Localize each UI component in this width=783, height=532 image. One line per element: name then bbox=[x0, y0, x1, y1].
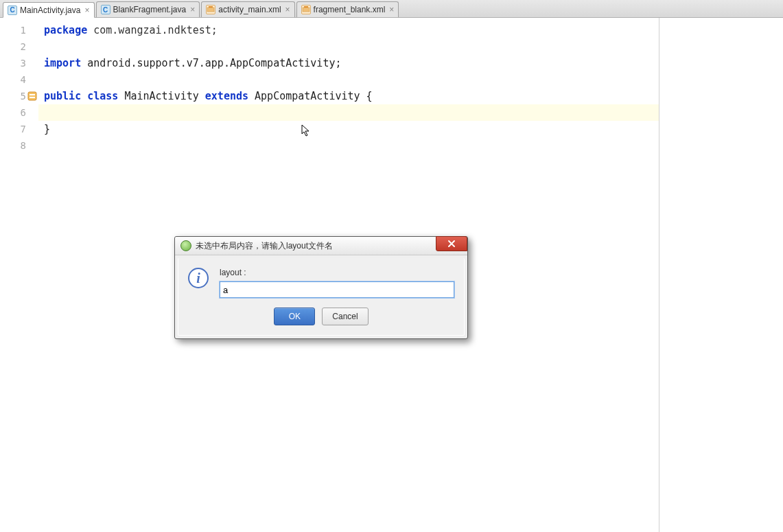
close-icon[interactable]: × bbox=[285, 5, 290, 14]
xml-icon bbox=[206, 5, 215, 14]
code-line bbox=[38, 71, 659, 88]
close-icon[interactable]: × bbox=[190, 5, 195, 14]
dialog-content: i layout : bbox=[188, 268, 454, 298]
tab-label: MainActivity.java bbox=[20, 5, 80, 15]
dialog-button-row: OK Cancel bbox=[188, 308, 454, 325]
line-number: 6 bbox=[0, 104, 38, 121]
svg-rect-1 bbox=[209, 6, 213, 8]
line-number: 3 bbox=[0, 55, 38, 71]
svg-rect-0 bbox=[207, 8, 214, 12]
svg-rect-3 bbox=[304, 6, 308, 8]
class-icon: C bbox=[8, 5, 17, 15]
dialog-body: i layout : OK Cancel bbox=[178, 258, 465, 336]
line-gutter: 1 2 3 4 5 6 7 8 bbox=[0, 18, 38, 532]
code-line: public class MainActivity extends AppCom… bbox=[38, 88, 659, 104]
cancel-button[interactable]: Cancel bbox=[322, 308, 368, 325]
code-line: package com.wangzai.ndktest; bbox=[38, 22, 659, 38]
svg-rect-4 bbox=[28, 92, 36, 100]
layout-input-dialog: 未选中布局内容，请输入layout文件名 i layout : OK Cance… bbox=[174, 236, 468, 339]
gutter-marker-icon[interactable] bbox=[27, 91, 37, 101]
dialog-fields: layout : bbox=[220, 268, 454, 298]
dialog-title: 未选中布局内容，请输入layout文件名 bbox=[196, 240, 333, 252]
line-number: 7 bbox=[0, 121, 38, 137]
svg-rect-2 bbox=[303, 8, 309, 12]
editor-tab-bar: C MainActivity.java × C BlankFragment.ja… bbox=[0, 0, 783, 18]
line-number: 1 bbox=[0, 22, 38, 38]
tab-label: fragment_blank.xml bbox=[314, 5, 386, 14]
line-number: 5 bbox=[0, 88, 38, 104]
code-line: } bbox=[38, 121, 659, 137]
app-icon bbox=[180, 240, 191, 251]
ok-button[interactable]: OK bbox=[274, 308, 315, 325]
svg-rect-5 bbox=[30, 94, 35, 95]
tab-label: activity_main.xml bbox=[218, 5, 281, 14]
line-number: 8 bbox=[0, 137, 38, 154]
line-number: 2 bbox=[0, 38, 38, 55]
dialog-titlebar[interactable]: 未选中布局内容，请输入layout文件名 bbox=[175, 237, 467, 255]
layout-label: layout : bbox=[220, 268, 454, 277]
layout-name-input[interactable] bbox=[220, 281, 454, 298]
code-line bbox=[38, 137, 659, 154]
code-line bbox=[38, 38, 659, 55]
line-number: 4 bbox=[0, 71, 38, 88]
tab-blankfragment[interactable]: C BlankFragment.java × bbox=[96, 1, 200, 17]
dialog-close-button[interactable] bbox=[436, 236, 467, 251]
close-icon[interactable]: × bbox=[389, 5, 394, 14]
info-icon: i bbox=[188, 268, 209, 288]
tab-mainactivity[interactable]: C MainActivity.java × bbox=[3, 2, 95, 18]
tab-fragmentblank-xml[interactable]: fragment_blank.xml × bbox=[296, 1, 399, 17]
svg-rect-6 bbox=[30, 97, 35, 98]
code-line: import android.support.v7.app.AppCompatA… bbox=[38, 55, 659, 71]
tab-label: BlankFragment.java bbox=[113, 5, 187, 14]
close-icon[interactable]: × bbox=[84, 6, 89, 14]
tab-activitymain-xml[interactable]: activity_main.xml × bbox=[201, 1, 294, 17]
class-icon: C bbox=[101, 5, 110, 14]
code-line-active bbox=[38, 104, 659, 121]
xml-icon bbox=[301, 5, 311, 14]
